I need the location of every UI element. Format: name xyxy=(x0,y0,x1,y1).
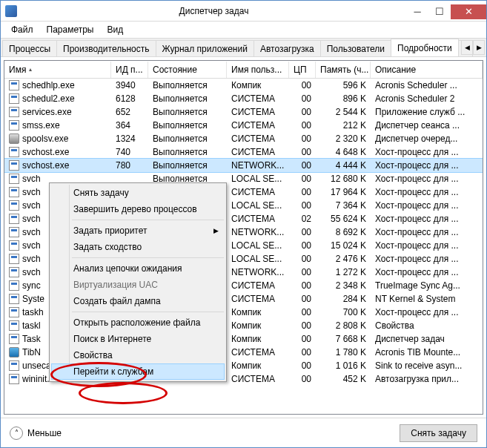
close-button[interactable]: ✕ xyxy=(451,4,486,19)
ctx-priority-label: Задать приоритет xyxy=(73,225,147,236)
cell-desc: Acronis Scheduler ... xyxy=(371,79,483,91)
cell-mem: 8 692 K xyxy=(316,226,371,238)
menu-sep xyxy=(72,257,224,258)
cell-mem: 596 K xyxy=(316,79,371,91)
cell-desc: Хост-процесс для ... xyxy=(371,306,483,318)
cell-name: smss.exe xyxy=(4,119,111,131)
ctx-search[interactable]: Поиск в Интернете xyxy=(51,331,225,347)
table-row[interactable]: svchost.exe740ВыполняетсяСИСТЕМА004 648 … xyxy=(4,145,483,159)
table-row[interactable]: services.exe652ВыполняетсяСИСТЕМА002 544… xyxy=(4,105,483,119)
menu-params[interactable]: Параметры xyxy=(41,23,100,36)
cell-desc: Диспетчер задач xyxy=(371,333,483,345)
cell-pid: 652 xyxy=(111,106,148,118)
cell-user: СИСТЕМА xyxy=(227,146,289,158)
process-icon xyxy=(9,240,19,251)
col-name[interactable]: Имя▴ xyxy=(4,62,111,78)
menu-view[interactable]: Вид xyxy=(101,23,129,36)
cell-cpu: 00 xyxy=(289,373,316,385)
cell-mem: 7 668 K xyxy=(316,333,371,345)
tab-nav-left[interactable]: ◀ xyxy=(461,40,473,55)
cell-cpu: 00 xyxy=(289,293,316,305)
cell-status: Выполняется xyxy=(148,119,227,131)
ctx-end-tree[interactable]: Завершить дерево процессов xyxy=(51,201,225,217)
col-pid[interactable]: ИД п... xyxy=(111,62,148,78)
menu-file[interactable]: Файл xyxy=(5,23,39,36)
col-status[interactable]: Состояние xyxy=(148,62,227,78)
ctx-end-task[interactable]: Снять задачу xyxy=(51,185,225,201)
cell-desc: Хост-процесс для ... xyxy=(371,213,483,225)
tab-details[interactable]: Подробности xyxy=(391,39,459,56)
table-row[interactable]: spoolsv.exe1324ВыполняетсяСИСТЕМА002 320… xyxy=(4,132,483,145)
context-menu: Снять задачу Завершить дерево процессов … xyxy=(49,182,227,382)
table-row[interactable]: schedul2.exe6128ВыполняетсяСИСТЕМА00896 … xyxy=(4,92,483,105)
ctx-dump[interactable]: Создать файл дампа xyxy=(51,293,225,309)
cell-name: svchost.exe xyxy=(4,146,111,158)
cell-user: Компик xyxy=(227,320,289,332)
cell-cpu: 00 xyxy=(289,306,316,318)
cell-user: Компик xyxy=(227,360,289,372)
cell-user: СИСТЕМА xyxy=(227,293,289,305)
process-icon xyxy=(9,334,19,344)
cell-cpu: 00 xyxy=(289,106,316,118)
tab-performance[interactable]: Производительность xyxy=(56,40,156,56)
process-icon xyxy=(9,107,19,117)
process-icon xyxy=(9,134,19,144)
cell-cpu: 00 xyxy=(289,240,316,251)
cell-status: Выполняется xyxy=(148,106,227,118)
cell-desc: Диспетчер сеанса ... xyxy=(371,119,483,131)
cell-name: schedul2.exe xyxy=(4,93,111,105)
tab-processes[interactable]: Процессы xyxy=(2,40,57,56)
less-toggle[interactable]: ˄ Меньше xyxy=(10,426,62,440)
cell-desc: Диспетчер очеред... xyxy=(371,133,483,145)
table-row[interactable]: schedhlp.exe3940ВыполняетсяКомпик00596 K… xyxy=(4,79,483,92)
cell-cpu: 02 xyxy=(289,213,316,225)
ctx-properties[interactable]: Свойства xyxy=(51,347,225,363)
col-cpu[interactable]: ЦП xyxy=(289,62,316,78)
cell-mem: 55 624 K xyxy=(316,213,371,225)
cell-mem: 700 K xyxy=(316,306,371,318)
maximize-button[interactable]: ☐ xyxy=(428,4,451,19)
tab-users[interactable]: Пользователи xyxy=(320,40,391,56)
cell-user: СИСТЕМА xyxy=(227,93,289,105)
cell-desc: Acronis TIB Mounte... xyxy=(371,346,483,358)
cell-cpu: 00 xyxy=(289,186,316,198)
cell-cpu: 00 xyxy=(289,200,316,211)
process-icon xyxy=(9,267,19,277)
chevron-up-icon: ˄ xyxy=(10,426,23,440)
end-task-button[interactable]: Снять задачу xyxy=(400,424,477,442)
cell-status: Выполняется xyxy=(148,146,227,158)
cell-user: LOCAL SE... xyxy=(227,200,289,211)
tab-apphistory[interactable]: Журнал приложений xyxy=(156,40,254,56)
cell-status: Выполняется xyxy=(148,93,227,105)
bottom-bar: ˄ Меньше Снять задачу xyxy=(1,418,486,447)
minimize-button[interactable]: ─ xyxy=(406,4,428,19)
menu-sep xyxy=(72,220,224,220)
cell-user: LOCAL SE... xyxy=(227,240,289,251)
tab-startup[interactable]: Автозагрузка xyxy=(254,40,321,56)
process-icon xyxy=(9,374,19,384)
cell-mem: 2 476 K xyxy=(316,253,371,265)
process-icon xyxy=(9,254,19,264)
process-icon xyxy=(9,280,19,291)
table-row[interactable]: smss.exe364ВыполняетсяСИСТЕМА00212 KДисп… xyxy=(4,119,483,132)
table-row[interactable]: svchost.exe780ВыполняетсяNETWORK...004 4… xyxy=(4,159,483,172)
titlebar: Диспетчер задач ─ ☐ ✕ xyxy=(1,1,486,22)
col-desc[interactable]: Описание xyxy=(371,62,483,78)
col-user[interactable]: Имя польз... xyxy=(227,62,289,78)
col-mem[interactable]: Память (ч... xyxy=(316,62,371,78)
cell-cpu: 00 xyxy=(289,266,316,278)
ctx-priority[interactable]: Задать приоритет▶ xyxy=(51,223,225,239)
tab-nav-right[interactable]: ▶ xyxy=(473,40,485,55)
process-icon xyxy=(9,200,19,211)
table-header: Имя▴ ИД п... Состояние Имя польз... ЦП П… xyxy=(4,61,483,79)
cell-mem: 7 364 K xyxy=(316,200,371,211)
ctx-goto-services[interactable]: Перейти к службам xyxy=(51,363,225,380)
ctx-open-location[interactable]: Открыть расположение файла xyxy=(51,314,225,331)
ctx-wait-chain[interactable]: Анализ цепочки ожидания xyxy=(51,260,225,277)
cell-cpu: 00 xyxy=(289,173,316,185)
cell-mem: 2 320 K xyxy=(316,133,371,145)
cell-pid: 3940 xyxy=(111,79,148,91)
cell-desc: Хост-процесс для ... xyxy=(371,173,483,185)
ctx-affinity[interactable]: Задать сходство xyxy=(51,239,225,255)
app-icon xyxy=(5,5,17,17)
